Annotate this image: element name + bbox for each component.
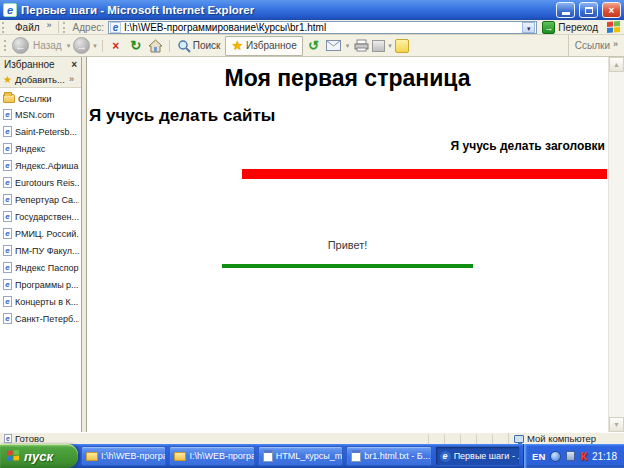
zone-label: Мой компьютер — [527, 433, 596, 444]
forward-dropdown-icon[interactable]: ▾ — [93, 42, 97, 50]
add-favorite-button[interactable]: ★ Добавить... » — [0, 72, 81, 88]
tray-language-bar-icon[interactable] — [550, 451, 561, 462]
favorite-item[interactable]: eКонцерты в К... — [3, 293, 79, 310]
antivirus-icon[interactable]: К — [580, 450, 587, 462]
favorite-item[interactable]: eЯндекс.Афиша — [3, 157, 79, 174]
favorite-item[interactable]: eСанкт-Петерб... — [3, 310, 79, 327]
sidebar-header: Избранное × — [0, 57, 81, 72]
messenger-icon[interactable] — [395, 39, 409, 53]
taskbar-button-label: Первые шаги - ... — [454, 451, 520, 461]
taskbar-button-folder-1[interactable]: I:\h\WEB-програ... — [81, 446, 166, 466]
taskbar-button-ie-active[interactable]: e Первые шаги - ... — [435, 446, 520, 466]
back-dropdown-icon[interactable]: ▾ — [67, 42, 71, 50]
menu-file[interactable]: Файл — [8, 22, 47, 33]
page-icon: e — [110, 22, 121, 33]
favorites-button[interactable]: ★ Избранное — [225, 36, 302, 56]
add-favorite-icon: ★ — [3, 74, 12, 85]
taskbar-button-notepad-2[interactable]: br1.html.txt - Б... — [346, 446, 431, 466]
links-chevron-icon[interactable]: » — [613, 39, 618, 49]
restore-button[interactable] — [579, 2, 598, 18]
divider — [102, 40, 103, 52]
favorite-item[interactable]: eРепертуар Са... — [3, 191, 79, 208]
favorite-label: Государствен... — [15, 212, 79, 222]
edit-dropdown-icon[interactable]: ▾ — [388, 42, 392, 50]
scroll-down-button[interactable]: ▼ — [609, 417, 624, 432]
restore-icon — [585, 7, 593, 14]
taskbar-button-notepad-1[interactable]: HTML_курсы_my... — [258, 446, 343, 466]
address-bar[interactable]: e I:\h\WEB-программирование\Курсы\br1.ht… — [108, 21, 537, 34]
rendered-page: Моя первая страница Я учусь делать сайты… — [87, 57, 608, 432]
go-button[interactable]: → Переход — [537, 21, 603, 34]
refresh-button[interactable]: ↻ — [127, 37, 145, 55]
language-indicator[interactable]: EN — [532, 451, 545, 462]
address-dropdown-button[interactable]: ▾ — [522, 22, 535, 33]
links-label[interactable]: Ссылки — [575, 40, 610, 51]
links-toolbar: Ссылки » — [568, 35, 622, 56]
favorite-label: РМИЦ. Россий... — [15, 229, 79, 239]
print-button[interactable] — [352, 37, 370, 55]
favorites-folder-links[interactable]: Ссылки — [3, 91, 79, 106]
start-button[interactable]: пуск — [0, 444, 78, 468]
taskbar-button-label: HTML_курсы_my... — [276, 451, 343, 461]
favorite-label: Яндекс Паспорт — [15, 263, 79, 273]
scroll-up-button[interactable]: ▲ — [609, 57, 624, 72]
folder-label: Ссылки — [18, 93, 51, 104]
notepad-icon — [351, 450, 361, 462]
vertical-scrollbar[interactable]: ▲ ▼ — [608, 57, 624, 432]
mail-button[interactable] — [325, 37, 343, 55]
back-button[interactable]: ← — [12, 37, 29, 54]
favorites-label: Избранное — [246, 40, 297, 51]
forward-button[interactable]: → — [73, 37, 90, 54]
search-button[interactable]: Поиск — [174, 39, 224, 53]
ie-page-icon: e — [3, 296, 12, 307]
favorite-item[interactable]: eЯндекс Паспорт — [3, 259, 79, 276]
toolbar-grip[interactable] — [4, 40, 8, 51]
favorite-label: Eurotours Reis... — [15, 178, 79, 188]
sidebar-close-icon[interactable]: × — [71, 59, 77, 70]
edit-button[interactable] — [372, 40, 385, 52]
search-icon — [177, 39, 191, 53]
status-segment — [444, 434, 460, 444]
mail-dropdown-icon[interactable]: ▾ — [346, 42, 350, 50]
history-button[interactable]: ↺ — [305, 37, 323, 55]
addressbar-grip[interactable] — [63, 22, 67, 33]
menu-chevron-icon[interactable]: » — [47, 20, 52, 30]
windows-logo-icon — [606, 20, 621, 35]
menubar-grip[interactable] — [2, 22, 6, 33]
folder-icon — [86, 452, 98, 461]
browser-body: Избранное × ★ Добавить... » Ссылки eMSN.… — [0, 57, 624, 432]
status-segment — [492, 434, 508, 444]
favorite-item[interactable]: eSaint-Petersb... — [3, 123, 79, 140]
favorite-item[interactable]: eEurotours Reis... — [3, 174, 79, 191]
menu-address-row: Файл » Адрес: e I:\h\WEB-программировани… — [0, 20, 624, 35]
home-button[interactable] — [147, 37, 165, 55]
folder-icon — [174, 452, 186, 461]
print-icon — [354, 39, 369, 52]
security-zone: Мой компьютер — [508, 433, 624, 444]
taskbar-button-folder-2[interactable]: I:\h\WEB-програ... — [169, 446, 254, 466]
favorite-item[interactable]: eПМ-ПУ Факул... — [3, 242, 79, 259]
my-computer-icon — [514, 435, 524, 443]
favorite-item[interactable]: eЯндекс — [3, 140, 79, 157]
favorite-item[interactable]: eГосударствен... — [3, 208, 79, 225]
address-input[interactable]: I:\h\WEB-программирование\Курсы\br1.html — [124, 22, 519, 33]
favorite-label: Санкт-Петерб... — [15, 314, 79, 324]
favorites-list: Ссылки eMSN.com eSaint-Petersb... eЯндек… — [0, 88, 81, 432]
status-segment — [460, 434, 476, 444]
status-segment — [428, 434, 444, 444]
taskbar-clock[interactable]: 21:18 — [592, 451, 617, 462]
star-icon: ★ — [231, 38, 243, 53]
close-icon: × — [609, 5, 615, 16]
add-chevron-icon[interactable]: » — [69, 74, 74, 84]
favorite-item[interactable]: eПрограммы р... — [3, 276, 79, 293]
minimize-button[interactable] — [556, 2, 575, 18]
stop-button[interactable]: × — [107, 37, 125, 55]
tray-utility-icon[interactable] — [566, 451, 575, 461]
ie-page-icon: e — [3, 245, 12, 256]
sidebar-title: Избранное — [4, 59, 71, 70]
favorite-item[interactable]: eMSN.com — [3, 106, 79, 123]
taskbar-button-label: I:\h\WEB-програ... — [101, 451, 166, 461]
taskbar: пуск I:\h\WEB-програ... I:\h\WEB-програ.… — [0, 444, 624, 468]
favorite-item[interactable]: eРМИЦ. Россий... — [3, 225, 79, 242]
close-button[interactable]: × — [602, 2, 621, 18]
